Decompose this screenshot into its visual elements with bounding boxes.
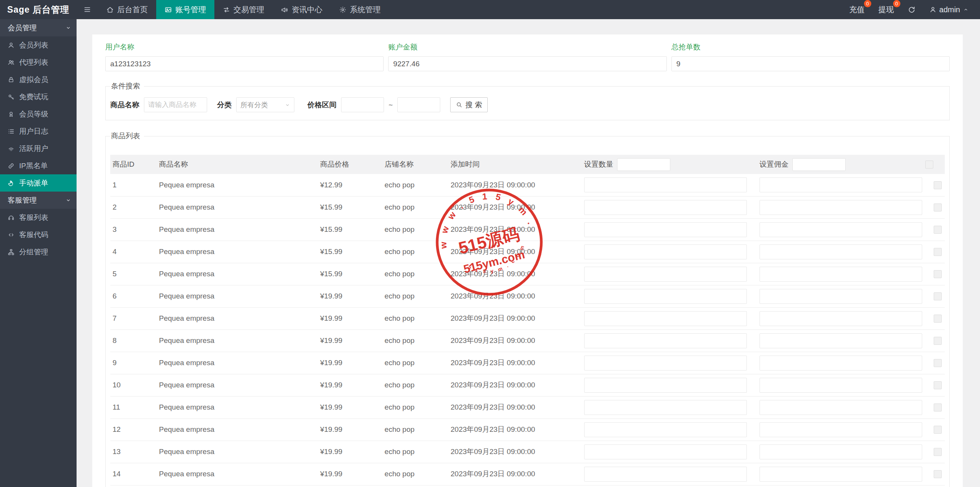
select-all-checkbox[interactable] — [925, 161, 933, 169]
username-input[interactable] — [105, 56, 384, 71]
commission-input[interactable] — [760, 422, 922, 437]
cell-add-time: 2023年09月23日 09:00:00 — [450, 196, 583, 218]
user-menu[interactable]: admin — [929, 5, 969, 14]
commission-input[interactable] — [760, 244, 922, 259]
commission-input[interactable] — [760, 444, 922, 459]
sidebar-item-6[interactable]: 会员等级 — [0, 105, 77, 123]
topnav-item-4[interactable]: 资讯中心 — [273, 0, 331, 19]
sidebar-item-9[interactable]: IP黑名单 — [0, 157, 77, 174]
cell-product-id: 4 — [110, 241, 158, 263]
field-username: 用户名称 — [105, 42, 384, 71]
quantity-input[interactable] — [584, 200, 747, 215]
commission-input[interactable] — [760, 333, 922, 348]
commission-input[interactable] — [760, 356, 922, 371]
search-row: 商品名称 分类 所有分类 价格区间 ~ 搜 索 — [110, 97, 945, 112]
quantity-input[interactable] — [584, 400, 747, 415]
quantity-input[interactable] — [584, 378, 747, 393]
sidebar-item-label: 客服代码 — [19, 230, 48, 240]
row-checkbox[interactable] — [934, 403, 942, 412]
quantity-input[interactable] — [584, 289, 747, 304]
quantity-input[interactable] — [584, 177, 747, 192]
set-commission-all-input[interactable] — [792, 158, 846, 171]
quantity-input[interactable] — [584, 356, 747, 371]
row-checkbox[interactable] — [934, 359, 942, 367]
quantity-input[interactable] — [584, 222, 747, 237]
commission-input[interactable] — [760, 311, 922, 326]
quantity-input[interactable] — [584, 244, 747, 259]
product-row-14: 14Pequea empresa¥19.99echo pop2023年09月23… — [110, 463, 945, 485]
price-min-input[interactable] — [341, 97, 384, 112]
quantity-input[interactable] — [584, 467, 747, 482]
row-checkbox[interactable] — [934, 292, 942, 300]
sidebar-item-8[interactable]: 活跃用户 — [0, 140, 77, 157]
row-checkbox[interactable] — [934, 203, 942, 212]
sidebar-item-3[interactable]: 代理列表 — [0, 54, 77, 71]
search-panel-legend: 条件搜索 — [110, 81, 144, 91]
row-checkbox[interactable] — [934, 470, 942, 478]
cell-product-id: 6 — [110, 285, 158, 307]
total-orders-input[interactable] — [671, 56, 950, 71]
row-checkbox[interactable] — [934, 426, 942, 434]
price-range-label: 价格区间 — [307, 100, 336, 110]
commission-input[interactable] — [760, 289, 922, 304]
content-card: 用户名称 账户金额 总抢单数 条件搜索 商品名称 分类 — [92, 34, 963, 487]
commission-input[interactable] — [760, 177, 922, 192]
quantity-input[interactable] — [584, 333, 747, 348]
commission-input[interactable] — [760, 378, 922, 393]
account-amount-input[interactable] — [388, 56, 666, 71]
commission-input[interactable] — [760, 467, 922, 482]
quantity-input[interactable] — [584, 267, 747, 282]
refresh-button[interactable] — [908, 6, 916, 14]
search-button[interactable]: 搜 索 — [450, 97, 488, 112]
menu-toggle-button[interactable] — [77, 0, 98, 19]
set-quantity-all-input[interactable] — [617, 158, 670, 171]
sidebar-item-label: 分组管理 — [19, 247, 48, 257]
row-checkbox[interactable] — [934, 448, 942, 456]
sidebar-item-10[interactable]: 手动派单 — [0, 174, 77, 192]
row-checkbox[interactable] — [934, 381, 942, 389]
sidebar-item-label: 会员等级 — [19, 109, 48, 119]
withdraw-button[interactable]: 提现 0 — [879, 5, 894, 15]
row-checkbox[interactable] — [934, 337, 942, 345]
category-select[interactable]: 所有分类 — [236, 97, 294, 112]
sidebar-item-2[interactable]: 会员列表 — [0, 36, 77, 54]
commission-input[interactable] — [760, 400, 922, 415]
sidebar-item-7[interactable]: 用户日志 — [0, 123, 77, 140]
row-checkbox[interactable] — [934, 270, 942, 278]
topnav-item-1[interactable]: 后台首页 — [98, 0, 156, 19]
product-row-2: 2Pequea empresa¥15.99echo pop2023年09月23日… — [110, 196, 945, 218]
commission-input[interactable] — [760, 200, 922, 215]
row-checkbox[interactable] — [934, 248, 942, 256]
search-panel: 条件搜索 商品名称 分类 所有分类 价格区间 ~ 搜 索 — [105, 81, 950, 120]
row-checkbox[interactable] — [934, 181, 942, 189]
sidebar-item-12[interactable]: 客服列表 — [0, 209, 77, 226]
sidebar-item-14[interactable]: 分组管理 — [0, 243, 77, 261]
commission-input[interactable] — [760, 222, 922, 237]
quantity-input[interactable] — [584, 444, 747, 459]
sidebar-item-5[interactable]: 免费试玩 — [0, 88, 77, 105]
sidebar-group-11[interactable]: 客服管理 — [0, 192, 77, 209]
quantity-input[interactable] — [584, 311, 747, 326]
topnav-item-5[interactable]: 系统管理 — [331, 0, 389, 19]
quantity-input[interactable] — [584, 422, 747, 437]
cell-product-price: ¥19.99 — [319, 418, 384, 441]
product-name-input[interactable] — [144, 97, 207, 112]
topnav-item-3[interactable]: 交易管理 — [214, 0, 273, 19]
cell-shop-name: echo pop — [384, 241, 450, 263]
cell-product-name: Pequea empresa — [158, 263, 319, 285]
main-content: 用户名称 账户金额 总抢单数 条件搜索 商品名称 分类 — [77, 19, 980, 487]
topnav-item-2[interactable]: 账号管理 — [156, 0, 214, 19]
commission-input[interactable] — [760, 267, 922, 282]
recharge-button[interactable]: 充值 0 — [849, 5, 865, 15]
cell-add-time: 2023年09月23日 09:00:00 — [450, 374, 583, 396]
row-checkbox[interactable] — [934, 315, 942, 323]
price-max-input[interactable] — [397, 97, 440, 112]
sidebar-item-4[interactable]: 虚拟会员 — [0, 71, 77, 88]
row-checkbox[interactable] — [934, 226, 942, 234]
cell-product-price: ¥19.99 — [319, 352, 384, 374]
cell-product-price: ¥19.99 — [319, 307, 384, 330]
col-product-id: 商品ID — [110, 155, 158, 174]
sidebar-item-13[interactable]: 客服代码 — [0, 226, 77, 243]
sidebar-group-1[interactable]: 会员管理 — [0, 19, 77, 36]
product-row-3: 3Pequea empresa¥15.99echo pop2023年09月23日… — [110, 218, 945, 241]
